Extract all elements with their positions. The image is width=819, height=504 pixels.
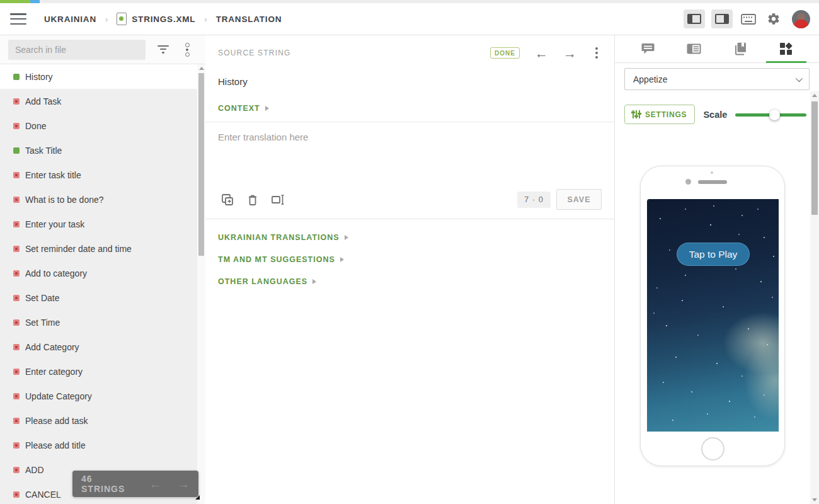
preview-service-select[interactable]: Appetize — [624, 68, 810, 90]
progress-approved — [30, 0, 40, 3]
phone-home-button[interactable] — [701, 437, 724, 461]
search-input[interactable] — [8, 40, 146, 60]
translation-status-icon — [13, 295, 20, 301]
previous-string-button[interactable]: ← — [535, 47, 548, 60]
tm-mt-suggestions-expander[interactable]: TM AND MT SUGGESTIONS — [218, 255, 602, 264]
prev-page-arrow-icon[interactable]: ← — [149, 478, 161, 490]
preview-settings-button[interactable]: SETTINGS — [624, 105, 695, 124]
preview-panel: Appetize SETTINGS Scale Tap to Play — [614, 35, 819, 504]
translation-status-icon — [13, 344, 20, 350]
phone-speaker — [698, 180, 727, 184]
glossary-card-icon — [687, 43, 701, 54]
expand-triangle-icon — [345, 235, 348, 240]
chevron-down-icon — [796, 74, 803, 81]
select-text-button[interactable] — [268, 191, 287, 209]
string-list-item[interactable]: Enter task title — [0, 163, 197, 187]
toggle-right-panel-button[interactable] — [711, 9, 733, 28]
translation-status-icon — [13, 197, 20, 203]
keyboard-icon — [741, 14, 756, 25]
scroll-down-icon[interactable] — [812, 498, 817, 501]
string-list-item[interactable]: Task Title — [0, 138, 197, 163]
resize-corner — [195, 495, 200, 500]
expand-triangle-icon — [265, 106, 269, 111]
breadcrumb-file[interactable]: STRINGS.XML — [117, 13, 195, 25]
keyboard-shortcuts-button[interactable] — [739, 9, 758, 28]
string-text: ADD — [25, 465, 44, 475]
search-row — [0, 35, 205, 64]
translation-status-icon — [13, 221, 20, 227]
tab-dictionaries[interactable] — [717, 35, 763, 62]
settings-button-label: SETTINGS — [645, 110, 687, 119]
translation-status-icon — [13, 246, 20, 252]
panel-scrollbar[interactable] — [810, 91, 819, 504]
user-avatar[interactable] — [792, 10, 810, 28]
status-badge: DONE — [490, 47, 520, 59]
context-expander[interactable]: CONTEXT — [205, 87, 614, 113]
translation-status-icon — [13, 98, 20, 105]
scrollbar-thumb[interactable] — [811, 101, 818, 215]
translation-status-icon — [13, 172, 20, 178]
translation-status-icon — [13, 147, 20, 154]
string-list-item[interactable]: Add Task — [0, 89, 197, 113]
string-text: Set Time — [25, 318, 60, 328]
phone-mockup: Tap to Play — [640, 166, 785, 466]
next-page-arrow-icon[interactable]: → — [178, 478, 190, 490]
string-list-item[interactable]: History — [0, 64, 197, 89]
breadcrumb-separator: › — [105, 14, 108, 24]
tune-icon — [633, 110, 640, 118]
filter-strings-button[interactable] — [154, 41, 172, 59]
string-list-item[interactable]: Done — [0, 113, 197, 138]
scale-label: Scale — [703, 110, 727, 120]
string-text: Please add task — [25, 416, 88, 426]
file-progress-bar — [0, 0, 819, 3]
phone-camera-icon — [685, 179, 691, 185]
string-list-item[interactable]: Set Time — [0, 310, 197, 335]
starfield-background — [647, 199, 648, 200]
scroll-up-icon[interactable] — [812, 94, 817, 97]
string-list-item[interactable]: What is to be done? — [0, 187, 197, 212]
selected-service-label: Appetize — [633, 74, 667, 84]
string-list-item[interactable]: Add Category — [0, 335, 197, 359]
scale-slider[interactable] — [735, 110, 806, 120]
string-list-item[interactable]: Please add task — [0, 408, 197, 433]
tab-comments[interactable] — [625, 35, 671, 62]
string-list-item[interactable]: Please add title — [0, 433, 197, 457]
string-list-item[interactable]: Set reminder date and time — [0, 236, 197, 261]
section-label: OTHER LANGUAGES — [218, 277, 307, 286]
translation-status-icon — [13, 491, 20, 498]
expand-triangle-icon — [340, 257, 344, 262]
section-label: UKRAINIAN TRANSLATIONS — [218, 233, 340, 242]
editor-settings-button[interactable] — [764, 9, 783, 28]
scroll-up-icon[interactable] — [199, 67, 204, 70]
tap-to-play-button[interactable]: Tap to Play — [677, 243, 750, 266]
scale-slider-thumb[interactable] — [769, 110, 780, 120]
tab-glossary[interactable] — [671, 35, 717, 62]
other-languages-expander[interactable]: OTHER LANGUAGES — [218, 277, 602, 286]
scrollbar-thumb[interactable] — [198, 73, 204, 256]
tab-apps[interactable] — [763, 35, 809, 62]
translation-status-icon — [13, 442, 20, 449]
copy-source-button[interactable] — [218, 191, 237, 209]
save-button[interactable]: SAVE — [556, 189, 602, 210]
string-text: Enter category — [25, 367, 83, 377]
ukrainian-translations-expander[interactable]: UKRAINIAN TRANSLATIONS — [218, 233, 602, 242]
next-string-button[interactable]: → — [563, 47, 576, 60]
string-list-item[interactable]: Enter your task — [0, 212, 197, 236]
string-list-item[interactable]: Add to category — [0, 261, 197, 285]
sidebar-scrollbar[interactable] — [197, 64, 205, 504]
string-list-item[interactable]: Set Date — [0, 285, 197, 310]
main-menu-icon[interactable] — [10, 13, 26, 25]
toggle-left-panel-button[interactable] — [684, 9, 705, 28]
left-panel-layout-icon — [687, 14, 701, 24]
string-text: Done — [25, 121, 46, 131]
panel-tabs — [615, 35, 819, 63]
string-list-item[interactable]: Enter category — [0, 359, 197, 384]
translation-input[interactable] — [218, 132, 602, 185]
breadcrumb-language[interactable]: UKRAINIAN — [44, 14, 96, 24]
comment-icon — [641, 43, 655, 55]
sidebar-options-button[interactable] — [180, 40, 195, 59]
clear-translation-button[interactable] — [243, 191, 262, 209]
string-menu-button[interactable] — [593, 46, 600, 60]
android-xml-file-icon — [117, 13, 127, 25]
string-list-item[interactable]: Update Category — [0, 384, 197, 408]
